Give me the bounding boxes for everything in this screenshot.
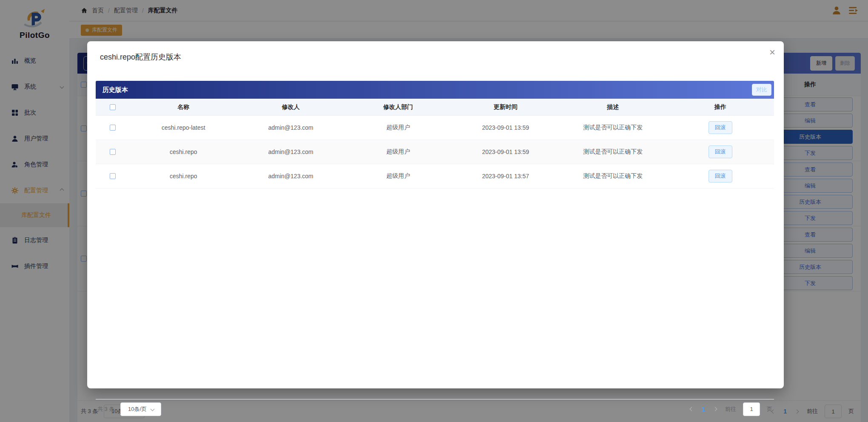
modal-section-bar: 历史版本 对比 (96, 81, 774, 99)
rollback-button[interactable]: 回滚 (709, 145, 732, 158)
current-page-number[interactable]: 1 (702, 406, 705, 413)
column-header-name: 名称 (130, 103, 237, 111)
cell-updated: 2023-09-01 13:57 (452, 173, 560, 180)
goto-page-input[interactable] (743, 402, 760, 416)
cell-updated: 2023-09-01 13:59 (452, 124, 560, 131)
cell-name: ceshi.repo (130, 173, 237, 180)
column-header-modifier: 修改人 (237, 103, 345, 111)
total-count: 共 3 条 (97, 405, 114, 413)
cell-department: 超级用户 (344, 148, 452, 156)
page-size-value: 10条/页 (128, 405, 147, 413)
history-row: ceshi.repo admin@123.com 超级用户 2023-09-01… (96, 164, 774, 188)
select-all-checkbox[interactable] (110, 104, 116, 110)
cell-description: 测试是否可以正确下发 (559, 124, 667, 131)
chevron-left-icon (690, 407, 694, 411)
column-header-description: 描述 (559, 103, 667, 111)
goto-label: 前往 (725, 405, 736, 413)
cell-description: 测试是否可以正确下发 (559, 148, 667, 156)
cell-description: 测试是否可以正确下发 (559, 172, 667, 180)
row-checkbox[interactable] (110, 125, 116, 131)
cell-modifier: admin@123.com (237, 173, 345, 180)
modal-title: ceshi.repo配置历史版本 (100, 52, 181, 62)
page-unit-label: 页 (767, 405, 772, 413)
column-header-updated: 更新时间 (452, 103, 560, 111)
cell-modifier: admin@123.com (237, 124, 345, 131)
history-table-header: 名称 修改人 修改人部门 更新时间 描述 操作 (96, 99, 774, 116)
cell-department: 超级用户 (344, 124, 452, 131)
history-row: ceshi.repo admin@123.com 超级用户 2023-09-01… (96, 140, 774, 164)
rollback-button[interactable]: 回滚 (709, 121, 732, 134)
cell-name: ceshi.repo-latest (130, 124, 237, 131)
modal-pagination: 共 3 条 10条/页 1 前往 页 (96, 399, 774, 419)
column-header-operation: 操作 (667, 103, 774, 111)
history-version-modal: ceshi.repo配置历史版本 × 历史版本 对比 名称 修改人 修改人部门 … (87, 41, 784, 388)
history-table: 名称 修改人 修改人部门 更新时间 描述 操作 ceshi.repo-lates… (96, 99, 774, 188)
history-row: ceshi.repo-latest admin@123.com 超级用户 202… (96, 116, 774, 140)
section-title: 历史版本 (102, 86, 128, 94)
page-size-select[interactable]: 10条/页 (120, 402, 161, 416)
cell-name: ceshi.repo (130, 148, 237, 155)
chevron-down-icon (151, 407, 155, 411)
chevron-right-icon (713, 407, 717, 411)
app-root: PilotGo 概览 系统 批次 用户管理 角色管理 (0, 0, 868, 422)
rollback-button[interactable]: 回滚 (709, 170, 732, 182)
row-checkbox[interactable] (110, 173, 116, 179)
prev-page-button[interactable] (689, 406, 695, 412)
cell-modifier: admin@123.com (237, 148, 345, 155)
cell-department: 超级用户 (344, 172, 452, 180)
column-header-department: 修改人部门 (344, 103, 452, 111)
close-icon[interactable]: × (769, 47, 775, 57)
cell-updated: 2023-09-01 13:59 (452, 148, 560, 155)
compare-button[interactable]: 对比 (752, 84, 771, 96)
next-page-button[interactable] (712, 406, 718, 412)
pagination-left: 共 3 条 10条/页 (97, 402, 161, 416)
pagination-right: 1 前往 页 (689, 402, 772, 416)
row-checkbox[interactable] (110, 149, 116, 155)
